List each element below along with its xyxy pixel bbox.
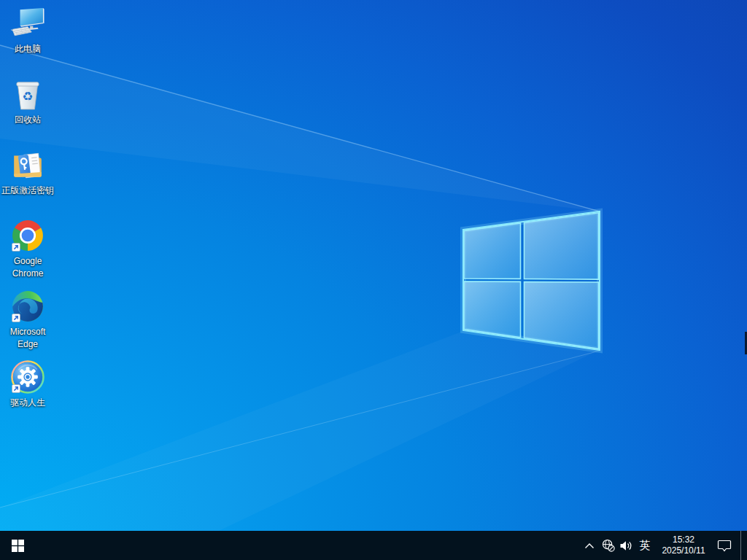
icon-label: Google Chrome — [1, 255, 55, 281]
windows-start-icon — [12, 540, 24, 552]
windows-desktop: 此电脑 ♻ 回收站 — [0, 0, 747, 560]
icon-label: 回收站 — [15, 114, 41, 126]
windows-logo — [464, 213, 599, 349]
action-center-icon — [717, 540, 732, 552]
recycle-bin-icon: ♻ — [11, 77, 44, 111]
language-indicator[interactable]: 英 — [637, 531, 653, 560]
desktop-wallpaper — [0, 0, 747, 531]
this-pc-icon — [11, 7, 44, 40]
system-tray: 英 15:32 2025/10/11 — [584, 531, 747, 560]
shortcut-arrow-icon — [12, 314, 20, 322]
icon-label: 此电脑 — [15, 43, 41, 55]
show-desktop-button[interactable] — [741, 531, 747, 560]
volume-button[interactable] — [619, 531, 632, 560]
start-button[interactable] — [0, 531, 35, 560]
speaker-icon — [619, 540, 632, 552]
shortcut-arrow-icon — [12, 243, 20, 252]
icon-label: 驱动人生 — [10, 397, 45, 409]
activation-key-folder-icon — [11, 148, 44, 182]
network-status-button[interactable] — [602, 531, 615, 560]
chevron-up-icon — [584, 542, 595, 549]
svg-text:♻: ♻ — [23, 89, 34, 104]
globe-no-internet-icon — [602, 539, 615, 552]
desktop-icon-driver-life[interactable]: 驱动人生 — [0, 359, 55, 429]
tray-overflow-button[interactable] — [584, 531, 595, 560]
icon-label: 正版激活密钥 — [1, 184, 54, 197]
desktop-icon-this-pc[interactable]: 此电脑 — [0, 6, 55, 76]
taskbar: 英 15:32 2025/10/11 — [0, 531, 747, 560]
desktop-icon-activation-key-folder[interactable]: 正版激活密钥 — [0, 147, 55, 217]
taskbar-clock[interactable]: 15:32 2025/10/11 — [659, 531, 708, 560]
desktop-icon-google-chrome[interactable]: Google Chrome — [0, 218, 55, 288]
language-indicator-text: 英 — [640, 539, 651, 553]
shortcut-arrow-icon — [12, 384, 20, 393]
clock-date: 2025/10/11 — [662, 545, 705, 556]
wallpaper-rays-and-logo — [0, 0, 747, 531]
desktop-icon-recycle-bin[interactable]: ♻ 回收站 — [0, 77, 55, 147]
action-center-button[interactable] — [716, 531, 732, 560]
icon-label: Microsoft Edge — [1, 326, 55, 351]
desktop-icon-microsoft-edge[interactable]: Microsoft Edge — [0, 289, 55, 359]
clock-time: 15:32 — [673, 534, 694, 545]
